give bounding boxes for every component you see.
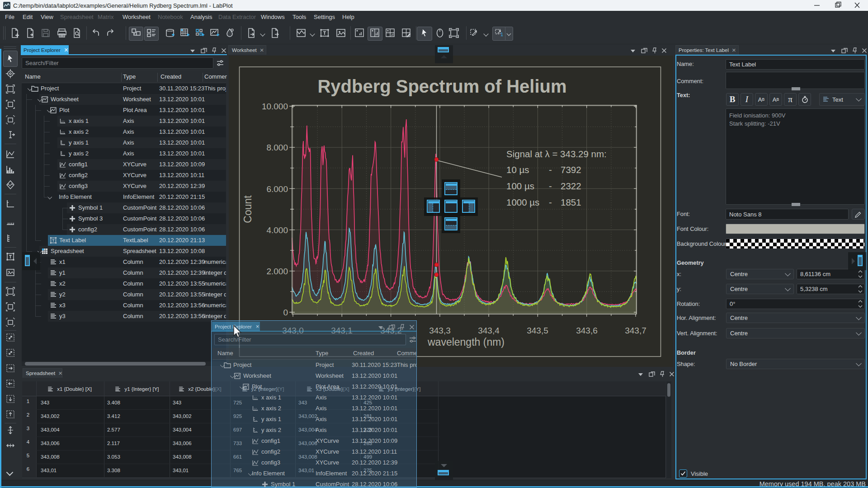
svg-text:1: 1	[500, 32, 503, 37]
svg-text:6.000: 6.000	[266, 184, 288, 194]
svg-text:343,6: 343,6	[576, 326, 598, 335]
svg-text:0: 0	[283, 308, 288, 317]
svg-text:-: -	[549, 197, 552, 207]
svg-text:-: -	[549, 181, 552, 191]
svg-text:-: -	[549, 164, 552, 175]
svg-text:8.000: 8.000	[266, 143, 288, 152]
svg-text:2322: 2322	[561, 181, 581, 191]
svg-text:343,4: 343,4	[478, 326, 500, 335]
svg-text:Rydberg Spectrum of Helium: Rydberg Spectrum of Helium	[317, 76, 566, 96]
svg-text:10 µs: 10 µs	[506, 164, 529, 175]
svg-text:Count: Count	[242, 195, 254, 223]
svg-text:Signal at λ = 343.29 nm:: Signal at λ = 343.29 nm:	[506, 149, 607, 159]
svg-text:100 µs: 100 µs	[506, 181, 534, 191]
svg-text:343,5: 343,5	[527, 326, 548, 335]
svg-text:7392: 7392	[561, 164, 581, 175]
svg-text:wavelength (nm): wavelength (nm)	[427, 336, 505, 348]
svg-text:2.000: 2.000	[266, 267, 288, 276]
svg-text:343,7: 343,7	[625, 326, 646, 335]
svg-text:1851: 1851	[561, 197, 581, 207]
svg-text:1000 µs: 1000 µs	[506, 197, 539, 207]
svg-text:10.000: 10.000	[262, 102, 288, 111]
svg-text:4.000: 4.000	[266, 225, 288, 235]
svg-text:343,3: 343,3	[429, 326, 451, 335]
